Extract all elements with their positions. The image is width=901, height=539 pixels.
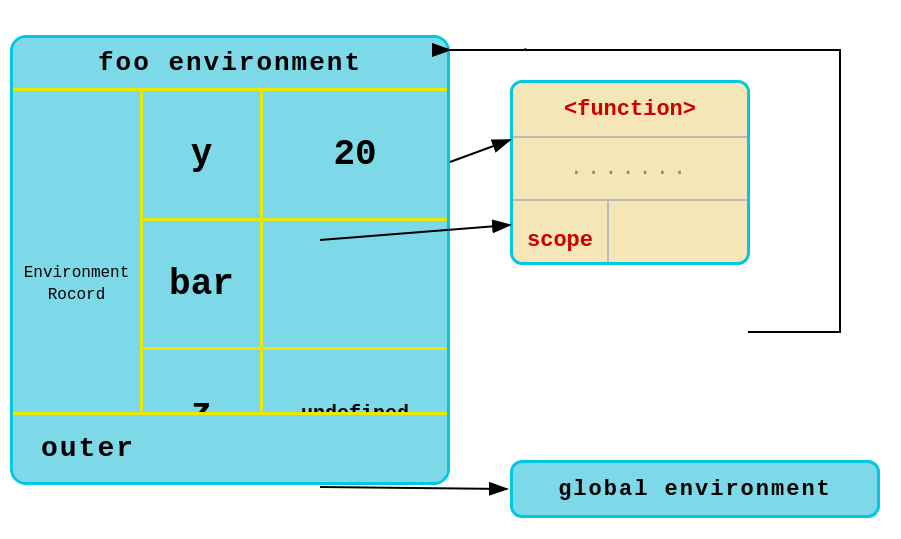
global-environment-box: global environment: [510, 460, 880, 518]
foo-env-title: foo environment: [13, 38, 447, 91]
top-dot: .: [520, 36, 531, 56]
svg-line-2: [450, 140, 510, 162]
table-row: bar: [143, 221, 447, 351]
scope-value: [609, 201, 747, 265]
var-name-y: y: [143, 91, 263, 218]
foo-environment-box: foo environment EnvironmentRocord y 20 b…: [10, 35, 450, 485]
var-value-y: 20: [263, 91, 447, 218]
scope-label: scope: [513, 201, 609, 265]
function-scope-row: scope: [513, 201, 747, 265]
outer-label: outer: [13, 412, 447, 482]
var-value-bar: [263, 221, 447, 348]
var-name-bar: bar: [143, 221, 263, 348]
global-env-label: global environment: [558, 477, 832, 502]
function-object-box: <function> ....... scope: [510, 80, 750, 265]
svg-line-4: [320, 487, 507, 489]
table-row: y 20: [143, 91, 447, 221]
function-header: <function>: [513, 83, 747, 138]
function-dots: .......: [513, 138, 747, 201]
